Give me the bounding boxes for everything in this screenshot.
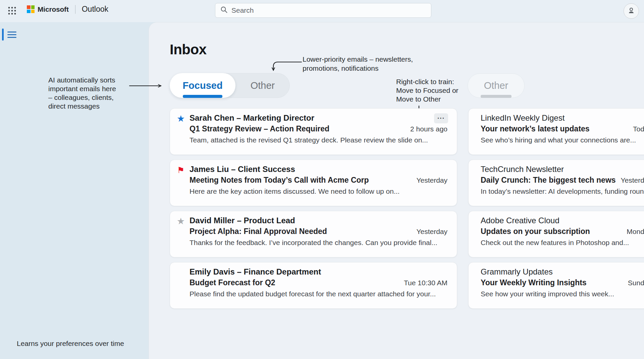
- more-options-button[interactable]: ···: [434, 113, 448, 123]
- email-time: Today: [633, 124, 644, 134]
- email-sender: Sarah Chen – Marketing Director: [190, 113, 447, 123]
- annotation-line: direct messages: [48, 102, 136, 111]
- tab-other-label: Other: [251, 80, 275, 91]
- tab-focused-label: Focused: [182, 80, 222, 91]
- email-sender: Grammarly Updates: [481, 266, 644, 277]
- app-name: Outlook: [82, 5, 108, 14]
- annotation-line: AI automatically sorts: [48, 76, 136, 84]
- email-card-emily-davis[interactable]: Emily Davis – Finance Department Budget …: [170, 262, 457, 309]
- email-card-adobe[interactable]: Adobe Creative Cloud Updates on your sub…: [468, 211, 644, 257]
- email-preview: See who’s hiring and what your connectio…: [481, 135, 644, 145]
- tab-focused-underline: [183, 95, 222, 98]
- star-gray-icon[interactable]: ★: [175, 216, 187, 227]
- annotation-line: Right-click to train:: [396, 77, 473, 86]
- email-preview: Check out the new features in Photoshop …: [481, 238, 644, 248]
- email-subject: Your Weekly Writing Insights: [481, 277, 587, 288]
- email-subject: Q1 Strategy Review – Action Required: [190, 123, 329, 134]
- tab-other[interactable]: Other: [235, 73, 290, 98]
- annotation-line: Move to Focused or: [396, 86, 473, 95]
- email-sender: David Miller – Product Lead: [190, 215, 447, 226]
- email-time: Sunday: [628, 278, 644, 288]
- email-subject: Updates on your subscription: [481, 226, 590, 237]
- email-time: Tue 10:30 AM: [404, 278, 447, 288]
- email-subject: Project Alpha: Final Approval Needed: [190, 226, 327, 237]
- waffle-icon: [8, 11, 16, 16]
- nav-accent-bar: [2, 28, 4, 41]
- search-input[interactable]: [231, 6, 426, 14]
- email-time: Yesterday: [416, 226, 447, 237]
- email-card-grammarly[interactable]: Grammarly Updates Your Weekly Writing In…: [468, 262, 644, 309]
- email-card-techcrunch[interactable]: TechCrunch Newsletter Daily Crunch: The …: [468, 160, 644, 206]
- email-time: 2 hours ago: [410, 124, 447, 134]
- annotation-train-note: Right-click to train: Move to Focused or…: [396, 77, 473, 104]
- email-sender: Adobe Creative Cloud: [481, 215, 644, 226]
- hamburger-menu-button[interactable]: [7, 29, 16, 40]
- email-preview: See how your writing improved this week.…: [481, 289, 644, 299]
- email-subject: Budget Forecast for Q2: [190, 277, 275, 288]
- annotation-line: promotions, notifications: [303, 64, 423, 73]
- email-card-linkedin[interactable]: LinkedIn Weekly Digest Your network’s la…: [468, 108, 644, 155]
- annotation-other-note: Lower-priority emails – newsletters, pro…: [303, 55, 423, 73]
- star-blue-icon[interactable]: ★: [175, 113, 187, 124]
- email-preview: Team, attached is the revised Q1 strateg…: [190, 135, 447, 145]
- email-subject: Your network’s latest updates: [481, 123, 590, 134]
- email-preview: Here are the key action items discussed.…: [190, 186, 447, 196]
- email-time: Monday: [627, 226, 644, 237]
- other-column-header[interactable]: Other: [468, 73, 525, 98]
- search-bar[interactable]: [215, 3, 431, 18]
- brand-divider: [75, 5, 75, 14]
- annotation-footer-note: Learns your preferences over time: [17, 339, 124, 348]
- email-sender: TechCrunch Newsletter: [481, 164, 644, 175]
- email-card-sarah-chen[interactable]: ★ Sarah Chen – Marketing Director Q1 Str…: [170, 108, 457, 155]
- tab-focused[interactable]: Focused: [170, 73, 235, 98]
- person-icon: [627, 6, 636, 16]
- microsoft-logo-icon: [27, 5, 35, 13]
- flag-red-icon[interactable]: ⚑: [175, 165, 187, 175]
- annotation-line: important emails here: [48, 84, 136, 93]
- email-time: Yesterday: [621, 175, 644, 186]
- annotation-line: – colleagues, clients,: [48, 93, 136, 102]
- email-card-david-miller[interactable]: ★ David Miller – Product Lead Project Al…: [170, 211, 457, 257]
- annotation-line: Move to Other: [396, 95, 473, 104]
- brand-header[interactable]: Microsoft Outlook: [27, 5, 108, 14]
- app-launcher-button[interactable]: [5, 4, 19, 18]
- email-sender: LinkedIn Weekly Digest: [481, 113, 644, 123]
- annotation-focused-note: AI automatically sorts important emails …: [48, 76, 136, 111]
- other-column-label: Other: [484, 80, 508, 91]
- email-preview: Thanks for the feedback. I’ve incorporat…: [190, 238, 447, 248]
- email-subject: Meeting Notes from Today’s Call with Acm…: [190, 175, 369, 185]
- annotation-line: Lower-priority emails – newsletters,: [303, 55, 423, 64]
- email-card-james-liu[interactable]: ⚑ James Liu – Client Success Meeting Not…: [170, 160, 457, 206]
- page-title: Inbox: [170, 42, 207, 58]
- email-preview: Please find the updated budget forecast …: [190, 289, 447, 299]
- brand-name: Microsoft: [38, 5, 69, 13]
- other-column-underline: [481, 95, 512, 98]
- account-button[interactable]: [624, 3, 639, 19]
- outlook-focused-inbox-page: Microsoft Outlook AI au: [0, 0, 644, 359]
- email-sender: James Liu – Client Success: [190, 164, 447, 175]
- search-icon: [220, 6, 228, 15]
- email-subject: Daily Crunch: The biggest tech news: [481, 175, 616, 185]
- email-time: Yesterday: [416, 175, 447, 186]
- top-bar: Microsoft Outlook: [0, 0, 644, 22]
- email-sender: Emily Davis – Finance Department: [190, 266, 447, 277]
- email-preview: In today’s newsletter: AI developments, …: [481, 186, 644, 196]
